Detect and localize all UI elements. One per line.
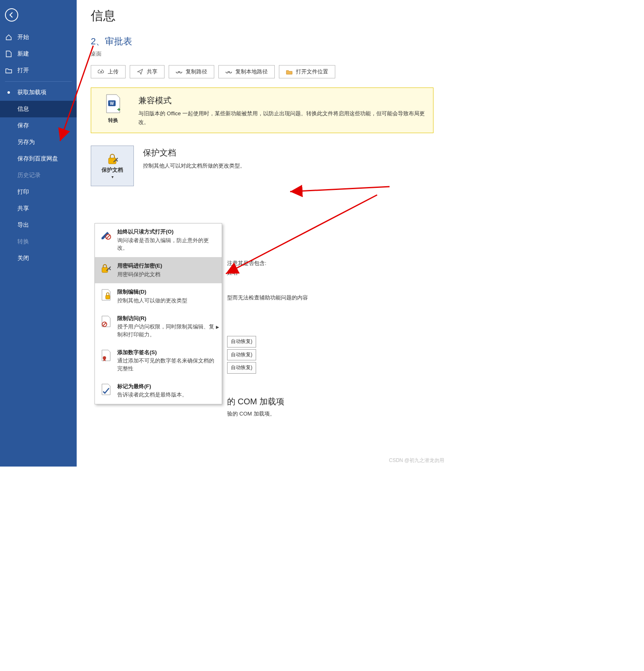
copy-local-path-button[interactable]: 复制本地路径 [218, 65, 275, 78]
backstage-sidebar: 开始 新建 打开 获取加载项 信息 保存 另存为 保存到百度网盘 历史记录 [0, 0, 77, 467]
menu-item-title: 限制编辑(D) [117, 288, 217, 296]
sidebar-label: 获取加载项 [17, 89, 46, 96]
link-icon [225, 68, 232, 75]
share-icon [137, 68, 143, 75]
menu-item-encrypt[interactable]: 用密码进行加密(E) 用密码保护此文档 [95, 257, 222, 283]
button-label: 打开文件位置 [296, 68, 328, 75]
document-title: 2、审批表 [91, 35, 433, 48]
new-icon [5, 51, 12, 57]
submenu-arrow-icon: ▶ [216, 325, 219, 329]
doc-ribbon-icon [100, 348, 112, 362]
protect-document-menu: 始终以只读方式打开(O) 询问读者是否加入编辑，防止意外的更改。 用密码进行加密… [94, 223, 222, 404]
sidebar-item-open[interactable]: 打开 [0, 62, 77, 79]
menu-item-desc: 告诉读者此文档是最终版本。 [117, 391, 217, 399]
button-label: 复制本地路径 [235, 68, 268, 75]
com-addins-fragment: 的 COM 加载项 验的 COM 加载项。 [227, 394, 284, 418]
menu-item-desc: 授予用户访问权限，同时限制其编辑、复制和打印能力。 [117, 323, 217, 339]
button-label: 上传 [108, 68, 119, 75]
compat-text: 兼容模式 与旧版本的 Office 一起使用时，某些新功能被禁用，以防止出现问题… [138, 94, 427, 127]
sidebar-item-export[interactable]: 导出 [0, 217, 77, 233]
autorecover-button[interactable]: 自动恢复) [227, 336, 256, 348]
sidebar-label: 开始 [17, 34, 29, 41]
sidebar-label: 另存为 [17, 139, 35, 146]
word-doc-icon: W [105, 94, 121, 114]
sidebar-item-home[interactable]: 开始 [0, 29, 77, 46]
doc-deny-icon [100, 314, 112, 328]
sidebar-divider [5, 81, 72, 82]
sidebar-item-baidu[interactable]: 保存到百度网盘 [0, 151, 77, 167]
accessibility-text-fragment: 型而无法检查辅助功能问题的内容 [227, 293, 308, 302]
folder-open-icon [286, 68, 293, 75]
sidebar-item-convert: 转换 [0, 233, 77, 250]
sidebar-item-new[interactable]: 新建 [0, 46, 77, 62]
sidebar-label: 打印 [17, 188, 29, 196]
share-button[interactable]: 共享 [130, 65, 165, 78]
sidebar-item-history: 历史记录 [0, 167, 77, 184]
sidebar-item-save[interactable]: 保存 [0, 117, 77, 134]
button-label: 共享 [147, 68, 157, 75]
link-icon [176, 68, 182, 75]
action-row: 上传 共享 复制路径 复制本地路径 打开文件位置 [91, 65, 433, 78]
cloud-upload-icon [98, 68, 104, 75]
compat-body: 与旧版本的 Office 一起使用时，某些新功能被禁用，以防止出现问题。转换此文… [138, 109, 427, 127]
autorecover-buttons: 自动恢复) 自动恢复) 自动恢复) [227, 335, 256, 374]
watermark: CSDN @初九之潜龙勿用 [389, 457, 444, 464]
menu-item-readonly[interactable]: 始终以只读方式打开(O) 询问读者是否加入编辑，防止意外的更改。 [95, 224, 222, 257]
doc-check-icon [100, 382, 112, 396]
open-location-button[interactable]: 打开文件位置 [279, 65, 335, 78]
svg-text:W: W [110, 101, 114, 106]
menu-item-title: 标记为最终(F) [117, 382, 217, 391]
lock-key-icon [105, 152, 119, 166]
upload-button[interactable]: 上传 [91, 65, 126, 78]
autorecover-button[interactable]: 自动恢复) [227, 349, 256, 361]
menu-item-restrict-access[interactable]: 限制访问(R) 授予用户访问权限，同时限制其编辑、复制和打印能力。 ▶ [95, 310, 222, 344]
sidebar-label: 打开 [17, 67, 29, 74]
sidebar-label: 保存到百度网盘 [17, 155, 58, 163]
menu-item-desc: 通过添加不可见的数字签名来确保文档的完整性 [117, 357, 217, 373]
doc-lock-icon [100, 288, 112, 302]
sidebar-item-close[interactable]: 关闭 [0, 250, 77, 267]
protect-document-button[interactable]: 保护文档 ▾ [91, 146, 134, 186]
home-icon [5, 34, 12, 41]
menu-item-mark-final[interactable]: 标记为最终(F) 告诉读者此文档是最终版本。 [95, 378, 222, 404]
compat-heading: 兼容模式 [138, 94, 427, 107]
sidebar-label: 历史记录 [17, 172, 41, 179]
protect-heading: 保护文档 [143, 146, 433, 160]
menu-item-desc: 询问读者是否加入编辑，防止意外的更改。 [117, 237, 217, 253]
sidebar-item-info[interactable]: 信息 [0, 101, 77, 117]
menu-item-title: 添加数字签名(S) [117, 348, 217, 357]
chevron-down-icon: ▾ [111, 175, 114, 179]
back-button[interactable] [5, 8, 18, 22]
menu-item-title: 用密码进行加密(E) [117, 262, 217, 270]
menu-item-title: 限制访问(R) [117, 314, 217, 323]
sidebar-label: 保存 [17, 122, 29, 129]
sidebar-item-addins[interactable]: 获取加载项 [0, 84, 77, 101]
sidebar-item-share[interactable]: 共享 [0, 200, 77, 217]
menu-item-restrict-edit[interactable]: 限制编辑(D) 控制其他人可以做的更改类型 [95, 283, 222, 309]
tile-label: 保护文档 [102, 166, 123, 174]
svg-point-7 [103, 356, 106, 360]
convert-button[interactable]: W 转换 [97, 94, 129, 127]
pencil-deny-icon [100, 228, 112, 242]
copy-path-button[interactable]: 复制路径 [169, 65, 214, 78]
button-label: 复制路径 [186, 68, 207, 75]
menu-item-desc: 控制其他人可以做的更改类型 [117, 297, 217, 305]
sidebar-item-saveas[interactable]: 另存为 [0, 134, 77, 151]
sidebar-item-print[interactable]: 打印 [0, 184, 77, 200]
menu-item-signature[interactable]: 添加数字签名(S) 通过添加不可见的数字签名来确保文档的完整性 [95, 344, 222, 378]
compat-panel: W 转换 兼容模式 与旧版本的 Office 一起使用时，某些新功能被禁用，以防… [91, 88, 433, 133]
open-icon [5, 68, 12, 73]
arrow-left-icon [8, 12, 15, 18]
tile-label: 转换 [108, 117, 118, 124]
menu-item-desc: 用密码保护此文档 [117, 271, 217, 279]
bullet-icon [5, 91, 12, 94]
protect-body: 控制其他人可以对此文档所做的更改类型。 [143, 161, 433, 170]
protect-text: 保护文档 控制其他人可以对此文档所做的更改类型。 [143, 146, 433, 186]
sidebar-label: 关闭 [17, 255, 29, 262]
svg-rect-5 [106, 295, 110, 299]
autorecover-button[interactable]: 自动恢复) [227, 362, 256, 374]
sidebar-label: 信息 [17, 105, 29, 113]
document-path: 桌面 [91, 50, 433, 58]
protect-section: 保护文档 ▾ 保护文档 控制其他人可以对此文档所做的更改类型。 [91, 146, 433, 186]
page-title: 信息 [91, 7, 433, 24]
